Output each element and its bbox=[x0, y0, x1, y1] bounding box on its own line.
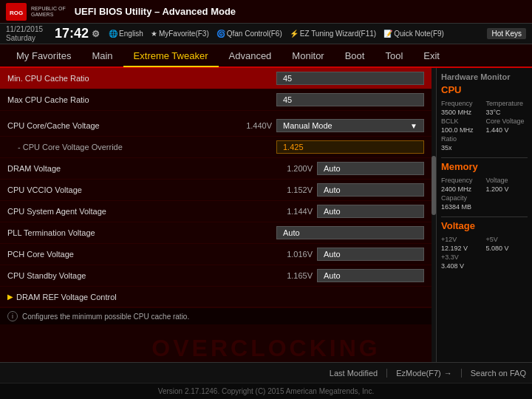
setting-value-min-cpu-cache[interactable]: 45 bbox=[276, 72, 424, 85]
setting-row-dram-ref-voltage[interactable]: ▶ DRAM REF Voltage Control bbox=[0, 287, 432, 307]
nav-extreme-tweaker[interactable]: Extreme Tweaker bbox=[123, 45, 219, 67]
nav-advanced[interactable]: Advanced bbox=[219, 44, 282, 66]
nav-main[interactable]: Main bbox=[81, 44, 123, 66]
v5-label: +5V bbox=[486, 236, 528, 243]
setting-row-cpu-vccio-voltage[interactable]: CPU VCCIO Voltage 1.152V Auto bbox=[0, 180, 432, 201]
cpu-ratio-label: Ratio bbox=[441, 135, 483, 143]
settings-gear-icon[interactable]: ⚙ bbox=[92, 29, 100, 39]
last-modified-item: Last Modified bbox=[330, 369, 378, 378]
cpu-corevolt-label: Core Voltage bbox=[486, 117, 528, 125]
v33-value: 3.408 V bbox=[441, 262, 483, 270]
logo-text-top: REPUBLIC OF bbox=[31, 6, 66, 12]
setting-label-dram-voltage: DRAM Voltage bbox=[7, 164, 272, 173]
setting-row-cpu-core-voltage-override[interactable]: - CPU Core Voltage Override 1.425 bbox=[0, 137, 432, 158]
setting-value-pll-termination[interactable]: Auto bbox=[276, 226, 424, 239]
mem-cap-label2 bbox=[486, 194, 528, 202]
cpu-ratio-value2 bbox=[486, 144, 528, 151]
v12-value: 12.192 V bbox=[441, 245, 483, 252]
info-bar: 11/21/2015 Saturday 17:42 ⚙ 🌐 English ★ … bbox=[0, 24, 532, 44]
mem-freq-label: Frequency bbox=[441, 177, 483, 184]
cpu-metrics: Frequency Temperature 3500 MHz 33°C BCLK… bbox=[441, 100, 528, 151]
setting-row-max-cpu-cache[interactable]: Max CPU Cache Ratio 45 bbox=[0, 89, 432, 111]
nav-my-favorites[interactable]: My Favorites bbox=[6, 44, 81, 66]
setting-label-max-cpu-cache: Max CPU Cache Ratio bbox=[7, 95, 276, 104]
nav-monitor[interactable]: Monitor bbox=[282, 44, 334, 66]
setting-row-cpu-standby-voltage[interactable]: CPU Standby Voltage 1.165V Auto bbox=[0, 265, 432, 287]
language-link[interactable]: 🌐 English bbox=[109, 30, 143, 38]
settings-panel: Min. CPU Cache Ratio 45 Max CPU Cache Ra… bbox=[0, 68, 432, 362]
search-faq-button[interactable]: Search on FAQ bbox=[461, 369, 526, 378]
scrollbar[interactable] bbox=[432, 68, 436, 362]
quick-note-link[interactable]: 📝 Quick Note(F9) bbox=[383, 30, 444, 38]
scroll-thumb bbox=[432, 156, 436, 215]
time-value: 17:42 bbox=[55, 26, 89, 41]
setting-label-cpu-system-agent: CPU System Agent Voltage bbox=[7, 207, 272, 216]
setting-value-cpu-standby[interactable]: Auto bbox=[317, 269, 424, 282]
info-links: 🌐 English ★ MyFavorite(F3) 🌀 Qfan Contro… bbox=[109, 30, 444, 38]
setting-value-cpu-system-agent[interactable]: Auto bbox=[317, 205, 424, 218]
arrow-icon: → bbox=[444, 369, 452, 378]
setting-label-pll-termination: PLL Termination Voltage bbox=[7, 228, 231, 237]
fan-icon: 🌀 bbox=[216, 30, 225, 38]
globe-icon: 🌐 bbox=[109, 30, 117, 38]
nav-exit[interactable]: Exit bbox=[413, 44, 450, 66]
setting-row-dram-voltage[interactable]: DRAM Voltage 1.200V Auto bbox=[0, 158, 432, 180]
setting-voltage-system-agent: 1.144V bbox=[272, 207, 313, 216]
hot-keys-button[interactable]: Hot Keys bbox=[487, 28, 526, 39]
v33-label2 bbox=[486, 253, 528, 261]
setting-label-cpu-core-voltage-override: - CPU Core Voltage Override bbox=[18, 143, 276, 151]
logo-text-bottom: GAMERS bbox=[31, 12, 66, 18]
cpu-corevolt-value: 1.440 V bbox=[486, 126, 528, 134]
rog-icon: ROG bbox=[6, 3, 27, 21]
cpu-section-title: CPU bbox=[441, 84, 528, 97]
setting-voltage-standby: 1.165V bbox=[272, 271, 313, 280]
setting-row-pll-termination[interactable]: PLL Termination Voltage Auto bbox=[0, 222, 432, 244]
info-note: i Configures the minimum possible CPU ca… bbox=[0, 307, 432, 324]
cpu-bclk-value: 100.0 MHz bbox=[441, 126, 483, 134]
divider2 bbox=[441, 216, 528, 217]
ez-tuning-link[interactable]: ⚡ EZ Tuning Wizard(F11) bbox=[290, 30, 376, 38]
dropdown-arrow-icon: ▼ bbox=[410, 122, 417, 130]
nav-tool[interactable]: Tool bbox=[375, 44, 413, 66]
cpu-ratio-value: 35x bbox=[441, 144, 483, 151]
date-display: 11/21/2015 bbox=[6, 25, 43, 34]
mem-cap-value2 bbox=[486, 203, 528, 211]
setting-value-cpu-core-voltage-override[interactable]: 1.425 bbox=[276, 140, 424, 154]
setting-row-pch-core-voltage[interactable]: PCH Core Voltage 1.016V Auto bbox=[0, 244, 432, 265]
setting-value-max-cpu-cache[interactable]: 45 bbox=[276, 93, 424, 106]
nav-boot[interactable]: Boot bbox=[335, 44, 375, 66]
hardware-monitor-panel: Hardware Monitor CPU Frequency Temperatu… bbox=[436, 68, 532, 362]
setting-value-dram-voltage[interactable]: Auto bbox=[317, 162, 424, 175]
setting-value-cpu-vccio[interactable]: Auto bbox=[317, 183, 424, 197]
nav-bar: My Favorites Main Extreme Tweaker Advanc… bbox=[0, 44, 532, 68]
mem-freq-value: 2400 MHz bbox=[441, 185, 483, 193]
memory-section-title: Memory bbox=[441, 161, 528, 174]
setting-row-cpu-core-cache-voltage[interactable]: CPU Core/Cache Voltage 1.440V Manual Mod… bbox=[0, 115, 432, 137]
qfan-link[interactable]: 🌀 Qfan Control(F6) bbox=[216, 30, 282, 38]
setting-dropdown-cpu-core-cache[interactable]: Manual Mode ▼ bbox=[276, 119, 424, 132]
page-title: UEFI BIOS Utility – Advanced Mode bbox=[75, 6, 236, 17]
my-favorite-link[interactable]: ★ MyFavorite(F3) bbox=[151, 30, 209, 38]
cpu-freq-value: 3500 MHz bbox=[441, 109, 483, 116]
mem-volt-value: 1.200 V bbox=[486, 185, 528, 193]
time-display: 17:42 ⚙ bbox=[55, 26, 100, 41]
star-icon: ★ bbox=[151, 30, 157, 38]
note-icon: 📝 bbox=[383, 30, 392, 38]
version-text: Version 2.17.1246. Copyright (C) 2015 Am… bbox=[158, 387, 374, 395]
mem-cap-value: 16384 MB bbox=[441, 203, 483, 211]
ez-mode-button[interactable]: EzMode(F7) → bbox=[386, 369, 452, 378]
setting-voltage-cpu-core-cache: 1.440V bbox=[231, 121, 272, 130]
logo: ROG REPUBLIC OF GAMERS bbox=[6, 3, 66, 21]
divider1 bbox=[441, 157, 528, 158]
setting-row-min-cpu-cache[interactable]: Min. CPU Cache Ratio 45 bbox=[0, 68, 432, 89]
status-bar: Last Modified EzMode(F7) → Search on FAQ bbox=[0, 362, 532, 383]
setting-label-cpu-vccio: CPU VCCIO Voltage bbox=[7, 185, 272, 194]
cpu-temp-value: 33°C bbox=[486, 109, 528, 116]
info-icon: i bbox=[7, 311, 18, 321]
setting-value-pch-core[interactable]: Auto bbox=[317, 248, 424, 261]
setting-label-dram-ref: DRAM REF Voltage Control bbox=[16, 293, 424, 301]
mem-volt-label: Voltage bbox=[486, 177, 528, 184]
setting-row-cpu-system-agent[interactable]: CPU System Agent Voltage 1.144V Auto bbox=[0, 201, 432, 222]
expand-arrow-icon: ▶ bbox=[7, 293, 13, 301]
bolt-icon: ⚡ bbox=[290, 30, 299, 38]
